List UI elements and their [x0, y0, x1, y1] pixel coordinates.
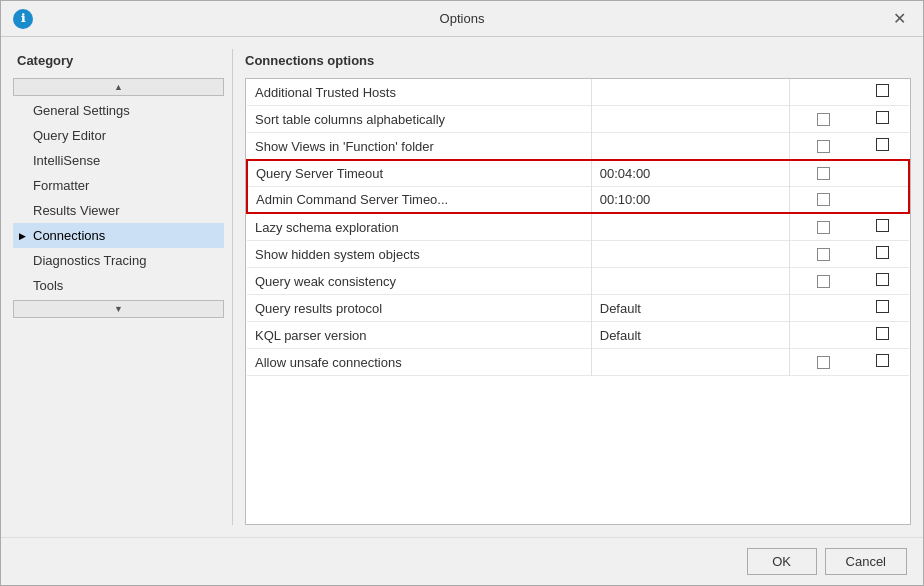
option-name: Lazy schema exploration — [247, 213, 591, 241]
main-header: Connections options — [245, 49, 911, 72]
table-row: Allow unsafe connections — [247, 349, 909, 376]
option-extra-cell — [856, 187, 909, 214]
sidebar-item-query-editor[interactable]: Query Editor — [13, 123, 224, 148]
option-extra-cell — [856, 322, 909, 349]
ok-button[interactable]: OK — [747, 548, 817, 575]
sidebar-item-label: Tools — [33, 278, 63, 293]
dialog-footer: OK Cancel — [1, 537, 923, 585]
sidebar-item-label: General Settings — [33, 103, 130, 118]
table-row: Query Server Timeout00:04:00 — [247, 160, 909, 187]
arrow-icon: ▶ — [19, 231, 26, 241]
sidebar-item-formatter[interactable]: Formatter — [13, 173, 224, 198]
sidebar-item-label: Connections — [33, 228, 105, 243]
sidebar-items-list: General SettingsQuery EditorIntelliSense… — [13, 98, 224, 298]
option-value — [591, 79, 790, 106]
checkbox-icon[interactable] — [817, 248, 830, 261]
square-button[interactable] — [876, 111, 889, 124]
option-extra-cell — [856, 160, 909, 187]
option-extra-cell — [856, 133, 909, 161]
option-checkbox-cell — [790, 322, 856, 349]
sidebar: Category ▲ General SettingsQuery EditorI… — [13, 49, 233, 525]
checkbox-icon[interactable] — [817, 140, 830, 153]
square-button[interactable] — [876, 219, 889, 232]
table-row: Show Views in 'Function' folder — [247, 133, 909, 161]
sidebar-item-results-viewer[interactable]: Results Viewer — [13, 198, 224, 223]
option-value — [591, 133, 790, 161]
option-checkbox-cell — [790, 268, 856, 295]
option-checkbox-cell — [790, 79, 856, 106]
option-extra-cell — [856, 268, 909, 295]
table-row: Admin Command Server Timeo...00:10:00 — [247, 187, 909, 214]
option-value: 00:04:00 — [591, 160, 790, 187]
option-name: Query Server Timeout — [247, 160, 591, 187]
option-value — [591, 213, 790, 241]
close-button[interactable]: ✕ — [887, 7, 911, 31]
options-dialog: ℹ Options ✕ Category ▲ General SettingsQ… — [0, 0, 924, 586]
option-extra-cell — [856, 106, 909, 133]
option-checkbox-cell — [790, 349, 856, 376]
checkbox-icon[interactable] — [817, 193, 830, 206]
table-row: KQL parser versionDefault — [247, 322, 909, 349]
checkbox-icon[interactable] — [817, 113, 830, 126]
option-value: Default — [591, 295, 790, 322]
option-checkbox-cell — [790, 295, 856, 322]
square-button[interactable] — [876, 354, 889, 367]
option-name: Query results protocol — [247, 295, 591, 322]
square-button[interactable] — [876, 273, 889, 286]
sidebar-item-connections[interactable]: ▶Connections — [13, 223, 224, 248]
option-extra-cell — [856, 241, 909, 268]
sidebar-item-label: Query Editor — [33, 128, 106, 143]
option-checkbox-cell — [790, 241, 856, 268]
square-button[interactable] — [876, 84, 889, 97]
option-value — [591, 106, 790, 133]
option-value: Default — [591, 322, 790, 349]
option-checkbox-cell — [790, 213, 856, 241]
options-table[interactable]: Additional Trusted HostsSort table colum… — [246, 79, 910, 524]
option-checkbox-cell — [790, 133, 856, 161]
sidebar-scroll-up[interactable]: ▲ — [13, 78, 224, 96]
option-name: Additional Trusted Hosts — [247, 79, 591, 106]
checkbox-icon[interactable] — [817, 356, 830, 369]
option-checkbox-cell — [790, 187, 856, 214]
sidebar-item-label: Formatter — [33, 178, 89, 193]
sidebar-item-tools[interactable]: Tools — [13, 273, 224, 298]
checkbox-icon[interactable] — [817, 221, 830, 234]
option-name: Show Views in 'Function' folder — [247, 133, 591, 161]
dialog-body: Category ▲ General SettingsQuery EditorI… — [1, 37, 923, 537]
option-value: 00:10:00 — [591, 187, 790, 214]
sidebar-scroll-down[interactable]: ▼ — [13, 300, 224, 318]
square-button[interactable] — [876, 246, 889, 259]
table-row: Sort table columns alphabetically — [247, 106, 909, 133]
option-value — [591, 268, 790, 295]
option-name: Sort table columns alphabetically — [247, 106, 591, 133]
option-name: KQL parser version — [247, 322, 591, 349]
sidebar-item-intellisense[interactable]: IntelliSense — [13, 148, 224, 173]
table-row: Additional Trusted Hosts — [247, 79, 909, 106]
table-row: Query results protocolDefault — [247, 295, 909, 322]
checkbox-icon[interactable] — [817, 167, 830, 180]
sidebar-item-label: Results Viewer — [33, 203, 119, 218]
option-checkbox-cell — [790, 106, 856, 133]
checkbox-icon[interactable] — [817, 275, 830, 288]
options-table-element: Additional Trusted HostsSort table colum… — [246, 79, 910, 376]
option-value — [591, 349, 790, 376]
option-name: Show hidden system objects — [247, 241, 591, 268]
sidebar-header: Category — [13, 49, 224, 72]
info-icon: ℹ — [13, 9, 33, 29]
sidebar-item-general-settings[interactable]: General Settings — [13, 98, 224, 123]
cancel-button[interactable]: Cancel — [825, 548, 907, 575]
option-checkbox-cell — [790, 160, 856, 187]
option-value — [591, 241, 790, 268]
square-button[interactable] — [876, 327, 889, 340]
dialog-title: Options — [440, 11, 485, 26]
sidebar-item-diagnostics-tracing[interactable]: Diagnostics Tracing — [13, 248, 224, 273]
square-button[interactable] — [876, 138, 889, 151]
option-extra-cell — [856, 295, 909, 322]
option-name: Query weak consistency — [247, 268, 591, 295]
option-extra-cell — [856, 79, 909, 106]
main-content: Connections options Additional Trusted H… — [233, 49, 911, 525]
scroll-up-icon: ▲ — [114, 82, 123, 92]
table-container: Additional Trusted HostsSort table colum… — [245, 78, 911, 525]
sidebar-item-label: IntelliSense — [33, 153, 100, 168]
square-button[interactable] — [876, 300, 889, 313]
